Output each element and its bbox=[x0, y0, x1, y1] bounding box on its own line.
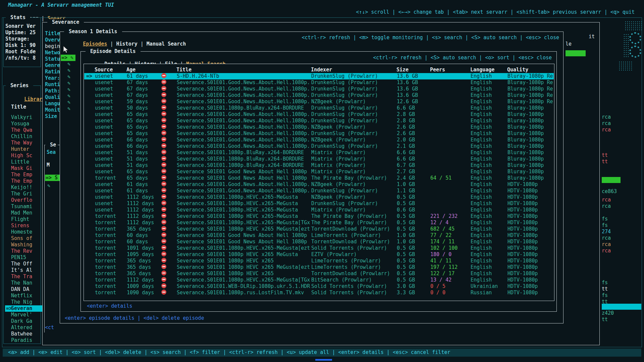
release-quality: Bluray-1080p bbox=[507, 124, 544, 130]
global-keybind-help: <↑↓> scroll | <←→> change tab | <tab> ne… bbox=[356, 9, 635, 15]
release-age: 1112 days bbox=[127, 277, 154, 283]
series-list-item[interactable]: Chillin bbox=[5, 133, 43, 140]
release-row[interactable]: usenet1112 daysSeverance.S01E01.1080p.HE… bbox=[84, 200, 554, 207]
series-list-item[interactable]: Hunter bbox=[5, 146, 43, 153]
selected-episode-row[interactable]: => ✎ bbox=[61, 55, 75, 61]
release-peers: 682 / 45 bbox=[430, 226, 454, 232]
release-row[interactable]: usenet65 daysSeverance.S01E01.Good.News.… bbox=[84, 124, 554, 130]
release-row[interactable]: usenet1112 daysSeverance.S01E01.1080p.HE… bbox=[84, 207, 554, 213]
release-row[interactable]: usenet1112 daysSeverance.S01E01.1080p.HE… bbox=[84, 194, 554, 200]
series-list-item[interactable]: The Rev bbox=[5, 248, 43, 254]
series-list-item[interactable]: DAN DA bbox=[5, 286, 43, 293]
series-list-item[interactable]: Little bbox=[5, 159, 43, 165]
release-row[interactable]: usenet65 daysSeverance S01E01 Good News … bbox=[84, 169, 554, 175]
release-row[interactable]: torrent1091 daysSeverance.S01E01.1080p.H… bbox=[84, 245, 554, 251]
rejected-icon bbox=[161, 105, 166, 110]
release-row[interactable]: usenet61 daysSeverance.S01E01.Good.News.… bbox=[84, 181, 554, 188]
series-list-item[interactable]: Netflix bbox=[5, 293, 43, 299]
release-indexer: TorrentDownload (Prowlarr) bbox=[311, 226, 390, 232]
season-modal-tab[interactable]: History | bbox=[116, 41, 147, 47]
release-row[interactable]: torrent65 daysSeverance S01E01 Good News… bbox=[84, 175, 554, 181]
release-row[interactable]: usenet59 daysSeverance.S01E01.Good.News.… bbox=[84, 99, 554, 105]
release-language: English bbox=[471, 226, 492, 232]
series-list-item[interactable]: Tsunami bbox=[5, 203, 43, 210]
release-row[interactable]: usenet67 daysSeverance.S01E01.Good.News.… bbox=[84, 92, 554, 99]
series-list-item[interactable]: Mad Men bbox=[5, 210, 43, 216]
release-row[interactable]: usenet66 daysSeverance.S01E01.Good.News.… bbox=[84, 143, 554, 149]
release-row[interactable]: usenet51 daysSeverance.S01E01.1080p.BluR… bbox=[84, 156, 554, 162]
release-source: usenet bbox=[95, 137, 113, 143]
series-list-item[interactable]: Sirens bbox=[5, 223, 43, 229]
series-list-item[interactable]: Valkyri bbox=[5, 114, 43, 121]
series-list-item[interactable]: Homeste bbox=[5, 229, 43, 235]
release-source: torrent bbox=[95, 213, 116, 220]
series-list-item[interactable]: The Gri bbox=[5, 191, 43, 197]
release-age: 65 days bbox=[127, 169, 148, 175]
series-list-item[interactable]: The Emp bbox=[5, 178, 43, 184]
series-list-item[interactable]: Keijo!! bbox=[5, 184, 43, 191]
series-title: Sons of bbox=[11, 235, 32, 241]
release-row[interactable]: torrent365 daysSeverance S01E01 1080p HE… bbox=[84, 270, 554, 277]
release-source: torrent bbox=[95, 251, 116, 258]
series-list-item[interactable]: The Nan bbox=[5, 280, 43, 286]
stats-line: /nfs/tv: 8 bbox=[5, 55, 36, 61]
release-indexer: LimeTorrents (Prowlarr) bbox=[311, 258, 381, 264]
series-list-item[interactable]: Mask Gi bbox=[5, 165, 43, 172]
series-list-item[interactable]: High Sc bbox=[5, 153, 43, 159]
series-list-item[interactable]: Batwhee bbox=[5, 331, 43, 337]
series-list-item[interactable]: The Off bbox=[5, 261, 43, 267]
release-row[interactable]: torrent365 daysSeverance S01E01 1080p HE… bbox=[84, 258, 554, 264]
release-row[interactable]: usenet67 daysSeverance.S01E01.Good.News.… bbox=[84, 79, 554, 86]
release-row[interactable]: usenet61 daysSeverance.S01E01.Good.News.… bbox=[84, 188, 554, 194]
release-size: 0.5 GB bbox=[397, 264, 415, 270]
release-age: 1112 days bbox=[127, 194, 154, 200]
release-size: 0.5 GB bbox=[397, 245, 415, 251]
release-row[interactable]: torrent1095 daysSeverance S01E01 1080p H… bbox=[84, 251, 554, 258]
series-list-item[interactable]: The Nig bbox=[5, 299, 43, 305]
release-row[interactable]: =>usenet61 daysS-HD.H.264-NTbDrunkenSlug… bbox=[84, 73, 554, 79]
release-row[interactable]: usenet51 daysSeverance.S01E01.1080p.BluR… bbox=[84, 149, 554, 156]
release-row[interactable]: torrent60 daysSeverance S01E01 Good News… bbox=[84, 232, 554, 239]
season-modal-tab[interactable]: Manual Search bbox=[147, 41, 186, 47]
series-list-item[interactable]: Overflo bbox=[5, 197, 43, 203]
release-row[interactable]: usenet50 daysSeverance.S01E01.1080p.BluR… bbox=[84, 105, 554, 111]
series-list-item[interactable]: It's Al bbox=[5, 267, 43, 274]
release-row[interactable]: torrent365 daysSeverance S01E01 1080p HE… bbox=[84, 264, 554, 270]
series-list-item[interactable]: Altered bbox=[5, 324, 43, 331]
series-list-item[interactable]: The Way bbox=[5, 140, 43, 146]
series-list-item[interactable]: Paradis bbox=[5, 337, 43, 344]
release-row[interactable]: torrent1112 daysSeverance.S01E01.1080p.H… bbox=[84, 277, 554, 283]
release-row[interactable]: usenet51 daysSeverance.S01E01.1080p.BluR… bbox=[84, 162, 554, 169]
series-list-item[interactable]: PEN15 bbox=[5, 254, 43, 261]
release-row[interactable]: torrent1009 daysSeverance.S01E01.WEB-DLR… bbox=[84, 283, 554, 290]
release-row[interactable]: usenet65 daysSeverance.S01E01.Good.News.… bbox=[84, 130, 554, 137]
series-list-item[interactable]: => Severan bbox=[5, 305, 43, 312]
release-row[interactable]: torrent1112 daysSeverance S01E01 1080p H… bbox=[84, 213, 554, 220]
series-list-item[interactable]: Yosuga bbox=[5, 121, 43, 127]
series-list-item[interactable]: Flight bbox=[5, 216, 43, 223]
release-language: English bbox=[471, 130, 492, 137]
series-list-item[interactable]: Sons of bbox=[5, 235, 43, 242]
series-list-item[interactable]: The Tra bbox=[5, 274, 43, 280]
rejected-icon bbox=[161, 175, 166, 180]
season-modal-tab[interactable]: Episodes | bbox=[83, 41, 116, 47]
series-list-item[interactable]: Dark Ga bbox=[5, 318, 43, 324]
rejected-icon bbox=[161, 188, 166, 193]
series-list-item[interactable]: The Emp bbox=[5, 172, 43, 178]
series-title: High Sc bbox=[11, 153, 32, 159]
rejected-icon bbox=[161, 258, 166, 263]
release-row[interactable]: torrent1112 daysSeverance.S01E01.1080p.H… bbox=[84, 220, 554, 226]
series-list-item[interactable]: Washing bbox=[5, 242, 43, 248]
release-row[interactable]: usenet66 daysSeverance.S01E01.Good.News.… bbox=[84, 137, 554, 143]
detail-field-label: Path: bbox=[45, 88, 60, 94]
release-size: 0.5 GB bbox=[397, 226, 415, 232]
series-list-item[interactable]: Marvel' bbox=[5, 312, 43, 318]
release-row[interactable]: usenet65 daysSeverance.S01E01.Good.News.… bbox=[84, 111, 554, 118]
release-row[interactable]: torrent60 daysSeverance S01E01 Good News… bbox=[84, 239, 554, 245]
release-row[interactable]: torrent365 daysSeverance S01E01 1080p HE… bbox=[84, 226, 554, 232]
release-peers: 122 / 17 bbox=[430, 270, 454, 277]
release-row[interactable]: torrent1090 daysSeverance.S01E01.1080p.r… bbox=[84, 290, 554, 296]
release-row[interactable]: usenet65 daysSeverance.S01E01.Good.News.… bbox=[84, 118, 554, 124]
series-list-item[interactable]: The Qwa bbox=[5, 127, 43, 133]
release-row[interactable]: usenet67 daysSeverance.S01E01.Good.News.… bbox=[84, 86, 554, 92]
